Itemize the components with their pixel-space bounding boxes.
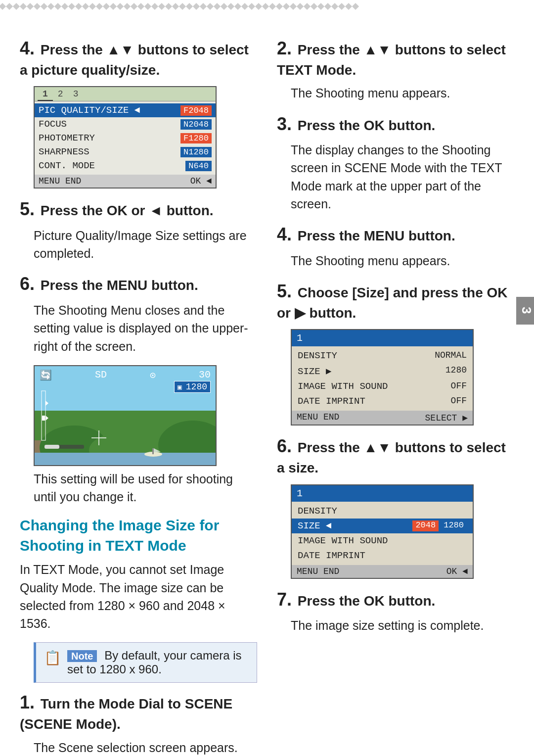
note-box: 📋 Note By default, your camera is set to…	[34, 642, 257, 683]
camera-footer: MENU END OK ◄	[35, 175, 216, 188]
camera-menu-screen-2: 1 DENSITY NORMAL SIZE ▶ 1280 IMAGE WITH …	[291, 329, 474, 425]
page-tab: 3	[516, 297, 534, 325]
step1-heading: 1. Turn the Mode Dial to SCENE (SCENE Mo…	[20, 691, 257, 733]
camera-menu-item: DENSITY	[292, 504, 473, 519]
step5-left-body: Picture Quality/Image Size settings are …	[20, 227, 257, 263]
preview-landscape	[35, 401, 216, 465]
section-body: In TEXT Mode, you cannot set Image Quali…	[20, 561, 257, 632]
svg-rect-5	[152, 448, 154, 454]
step2-right-body: The Shooting menu appears.	[277, 84, 514, 102]
svg-rect-10	[42, 416, 45, 421]
camera-menu-row: SHARPNESS N1280	[35, 145, 216, 159]
svg-rect-3	[35, 453, 216, 465]
camera-menu-body-3: DENSITY SIZE ◄ 2048 1280 IMAGE WITH SOUN…	[292, 502, 473, 565]
step1-body: The Scene selection screen appears.	[20, 739, 257, 756]
camera-menu-header-3: 1	[292, 485, 473, 502]
step4-right-body: The Shooting menu appears.	[277, 252, 514, 270]
step5-left-heading: 5. Press the OK or ◄ button.	[20, 197, 257, 222]
camera-menu-screen-3: 1 DENSITY SIZE ◄ 2048 1280	[291, 484, 474, 579]
camera-footer-2: MENU END SELECT ▶	[292, 411, 473, 425]
step3-right-body: The display changes to the Shooting scre…	[277, 141, 514, 213]
step6-left-body: The Shooting Menu closes and the setting…	[20, 301, 257, 355]
camera-menu-item: DATE IMPRINT OFF	[292, 394, 473, 409]
camera-footer-3: MENU END OK ◄	[292, 565, 473, 578]
note-content: Note By default, your camera is set to 1…	[67, 649, 249, 676]
camera-menu-row: PHOTOMETRY F1280	[35, 131, 216, 145]
note-icon: 📋	[44, 650, 61, 666]
camera-menu-row: PIC QUALITY/SIZE ◄ F2048	[35, 103, 216, 117]
camera-preview-screen: 🔄 SD ⊙ 30 1280	[34, 365, 217, 466]
step6-left-caption: This setting will be used for shooting u…	[20, 470, 257, 506]
zoom-bar	[44, 442, 84, 451]
top-border: (function(){ const d = document.currentS…	[0, 0, 534, 13]
step7-right-body: The image size setting is complete.	[277, 616, 514, 634]
camera-preview: 🔄 SD ⊙ 30 1280	[35, 366, 216, 465]
camera-tabs: 1 2 3	[35, 87, 216, 101]
camera-menu-screen-1: 1 2 3 PIC QUALITY/SIZE ◄ F2048 FOCUS N20…	[34, 86, 217, 189]
section-heading: Changing the Image Size for Shooting in …	[20, 516, 257, 556]
step5-right-heading: 5. Choose [Size] and press the OK or ▶ b…	[277, 280, 514, 322]
camera-menu-row: FOCUS N2048	[35, 117, 216, 131]
left-column: 4. Press the ▲▼ buttons to select a pict…	[20, 37, 257, 756]
camera-menu-header: 1	[292, 330, 473, 346]
svg-rect-14	[44, 445, 59, 449]
camera-menu-body-2: DENSITY NORMAL SIZE ▶ 1280 IMAGE WITH SO…	[292, 346, 473, 411]
step6-left-heading: 6. Press the MENU button.	[20, 272, 257, 296]
step6-right-heading: 6. Press the ▲▼ buttons to select a size…	[277, 434, 514, 477]
camera-menu-item: DATE IMPRINT	[292, 548, 473, 563]
camera-menu-item: IMAGE WITH SOUND	[292, 533, 473, 548]
step3-right-heading: 3. Press the OK button.	[277, 112, 514, 137]
camera-menu-item-selected: SIZE ◄ 2048 1280	[292, 519, 473, 533]
svg-marker-12	[45, 416, 48, 421]
step7-right-heading: 7. Press the OK button.	[277, 588, 514, 612]
step2-right-heading: 2. Press the ▲▼ buttons to select TEXT M…	[277, 37, 514, 79]
camera-menu-item: IMAGE WITH SOUND OFF	[292, 379, 473, 394]
camera-menu-item: SIZE ▶ 1280	[292, 363, 473, 379]
note-label: Note	[67, 650, 97, 662]
camera-menu-body: PIC QUALITY/SIZE ◄ F2048 FOCUS N2048 PHO…	[35, 101, 216, 175]
camera-menu-row: CONT. MODE N640	[35, 159, 216, 173]
step4-right-heading: 4. Press the MENU button.	[277, 223, 514, 247]
meter-bar	[39, 386, 48, 450]
preview-badge: 1280	[174, 381, 211, 393]
svg-marker-11	[45, 401, 48, 406]
camera-menu-item: DENSITY NORMAL	[292, 348, 473, 363]
right-column: 2. Press the ▲▼ buttons to select TEXT M…	[277, 37, 514, 756]
step4-left-heading: 4. Press the ▲▼ buttons to select a pict…	[20, 37, 257, 79]
